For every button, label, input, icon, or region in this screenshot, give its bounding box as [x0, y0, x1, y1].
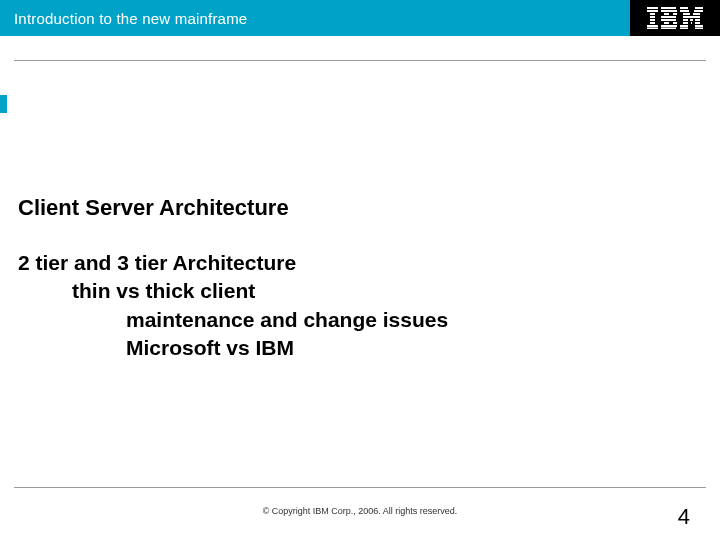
- svg-rect-5: [650, 22, 655, 24]
- ibm-logo-icon: [647, 7, 703, 29]
- content-line-3: maintenance and change issues: [18, 306, 702, 334]
- svg-rect-21: [694, 10, 703, 12]
- slide: Introduction to the new mainframe: [0, 0, 720, 540]
- svg-rect-23: [693, 13, 700, 15]
- svg-rect-27: [695, 19, 700, 21]
- svg-rect-15: [673, 22, 677, 24]
- content-line-4: Microsoft vs IBM: [18, 334, 702, 362]
- svg-rect-9: [661, 10, 677, 12]
- svg-rect-29: [691, 22, 692, 24]
- svg-rect-7: [647, 28, 658, 30]
- svg-rect-8: [661, 7, 676, 9]
- svg-rect-11: [673, 13, 677, 15]
- svg-rect-28: [683, 22, 688, 24]
- svg-rect-18: [680, 7, 688, 9]
- svg-rect-31: [680, 25, 688, 27]
- content-line-1: 2 tier and 3 tier Architecture: [18, 249, 702, 277]
- top-bar-logo-box: [630, 0, 720, 36]
- top-bar-title: Introduction to the new mainframe: [14, 10, 247, 27]
- svg-rect-25: [683, 19, 688, 21]
- svg-rect-17: [661, 28, 676, 30]
- svg-rect-24: [683, 16, 700, 18]
- accent-bar: [0, 95, 7, 113]
- svg-rect-3: [650, 16, 655, 18]
- svg-rect-13: [661, 19, 676, 21]
- svg-rect-30: [695, 22, 700, 24]
- svg-rect-20: [680, 10, 689, 12]
- svg-rect-0: [647, 7, 658, 9]
- footer: © Copyright IBM Corp., 2006. All rights …: [0, 500, 720, 530]
- svg-rect-14: [664, 22, 669, 24]
- svg-rect-32: [695, 25, 703, 27]
- copyright-text: © Copyright IBM Corp., 2006. All rights …: [263, 506, 458, 516]
- page-number: 4: [678, 504, 690, 530]
- svg-rect-34: [695, 28, 703, 30]
- svg-rect-4: [650, 19, 655, 21]
- content-line-2: thin vs thick client: [18, 277, 702, 305]
- svg-rect-22: [683, 13, 690, 15]
- svg-rect-16: [661, 25, 677, 27]
- divider-top: [14, 60, 706, 61]
- top-bar: Introduction to the new mainframe: [0, 0, 720, 36]
- svg-rect-33: [680, 28, 688, 30]
- svg-rect-19: [695, 7, 703, 9]
- content-area: Client Server Architecture 2 tier and 3 …: [18, 195, 702, 362]
- content-heading: Client Server Architecture: [18, 195, 702, 221]
- divider-bottom: [14, 487, 706, 488]
- svg-rect-12: [661, 16, 676, 18]
- svg-rect-6: [647, 25, 658, 27]
- top-bar-title-wrap: Introduction to the new mainframe: [0, 0, 630, 36]
- svg-rect-26: [690, 19, 693, 21]
- svg-rect-1: [647, 10, 658, 12]
- svg-rect-10: [664, 13, 669, 15]
- svg-rect-2: [650, 13, 655, 15]
